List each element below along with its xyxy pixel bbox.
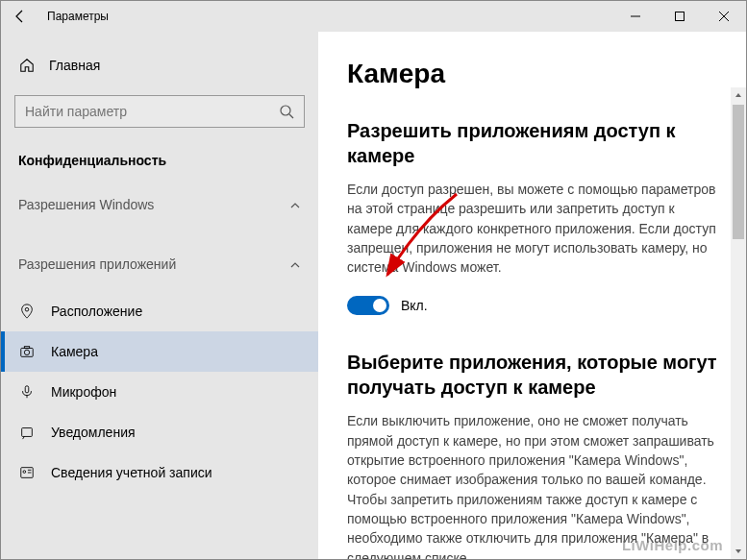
sidebar-item-camera[interactable]: Камера	[1, 331, 318, 372]
window-title: Параметры	[47, 10, 109, 23]
svg-rect-9	[24, 347, 29, 349]
group-label: Разрешения Windows	[18, 197, 154, 212]
svg-rect-10	[25, 386, 29, 393]
section-description-allow: Если доступ разрешен, вы можете с помощь…	[347, 180, 717, 277]
svg-point-8	[24, 350, 29, 354]
notifications-icon	[18, 424, 36, 441]
sidebar-item-label: Микрофон	[51, 384, 116, 400]
svg-point-4	[281, 106, 290, 115]
sidebar-item-notifications[interactable]: Уведомления	[1, 412, 318, 452]
camera-access-toggle[interactable]	[347, 296, 389, 315]
sidebar-item-location[interactable]: Расположение	[1, 291, 318, 331]
scrollbar-thumb[interactable]	[733, 105, 744, 239]
svg-line-5	[289, 114, 293, 118]
chevron-up-icon	[289, 199, 301, 210]
watermark: LiWiHelp.com	[622, 537, 723, 553]
location-icon	[18, 303, 36, 320]
group-app-permissions[interactable]: Разрешения приложений	[1, 247, 318, 281]
section-heading: Конфиденциальность	[1, 145, 318, 187]
svg-rect-12	[22, 428, 33, 437]
maximize-button[interactable]	[658, 1, 702, 32]
chevron-up-icon	[289, 258, 301, 270]
sidebar-item-account-info[interactable]: Сведения учетной записи	[1, 452, 318, 493]
search-input[interactable]	[14, 95, 305, 128]
svg-point-14	[23, 471, 26, 474]
nav-home-label: Главная	[49, 58, 100, 73]
sidebar-item-microphone[interactable]: Микрофон	[1, 372, 318, 412]
svg-point-6	[25, 307, 29, 311]
close-button[interactable]	[702, 1, 746, 32]
sidebar: Главная Конфиденциальность Разрешения Wi…	[1, 32, 318, 559]
page-title: Камера	[347, 59, 717, 89]
scroll-up-icon[interactable]	[733, 89, 744, 101]
content-area: Камера Разрешить приложениям доступ к ка…	[318, 32, 746, 559]
sidebar-item-label: Камера	[51, 344, 98, 359]
camera-icon	[18, 343, 36, 360]
account-info-icon	[18, 464, 36, 481]
toggle-label: Вкл.	[401, 298, 428, 313]
titlebar: Параметры	[1, 1, 746, 32]
sidebar-item-label: Расположение	[51, 304, 142, 319]
group-windows-permissions[interactable]: Разрешения Windows	[1, 187, 318, 222]
sidebar-item-label: Уведомления	[51, 425, 136, 440]
home-icon	[18, 57, 36, 74]
section-heading-allow: Разрешить приложениям доступ к камере	[347, 118, 717, 168]
search-icon	[279, 104, 294, 119]
section-heading-choose-apps: Выберите приложения, которые могут получ…	[347, 350, 717, 400]
group-label: Разрешения приложений	[18, 256, 176, 272]
svg-rect-1	[676, 12, 685, 21]
scroll-down-icon[interactable]	[733, 546, 744, 557]
microphone-icon	[18, 383, 36, 401]
nav-home[interactable]: Главная	[1, 49, 318, 82]
vertical-scrollbar[interactable]	[731, 87, 746, 559]
minimize-button[interactable]	[613, 1, 658, 32]
search-field[interactable]	[25, 104, 279, 119]
sidebar-item-label: Сведения учетной записи	[51, 465, 212, 480]
back-button[interactable]	[11, 7, 30, 26]
